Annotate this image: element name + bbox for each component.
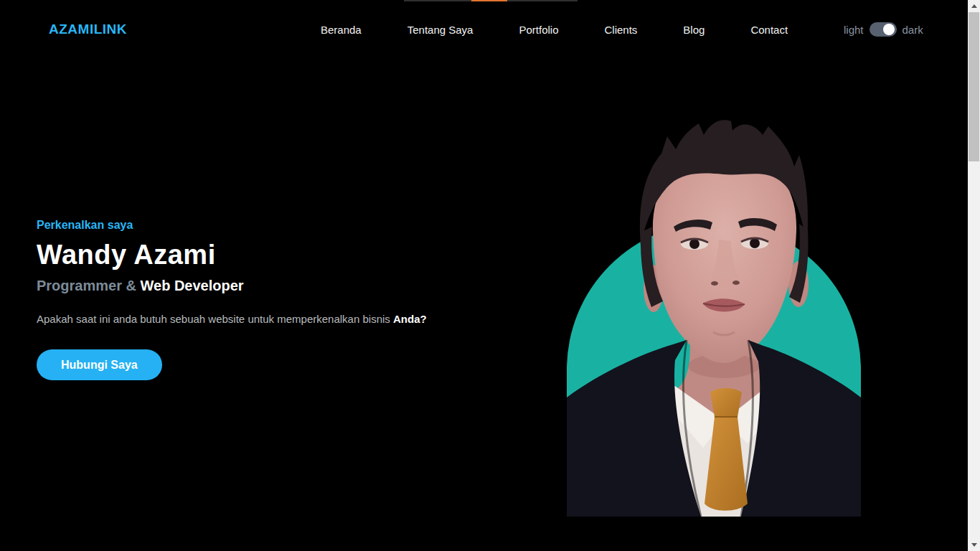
site-header: AZAMILINK Beranda Tentang Saya Portfolio… bbox=[0, 0, 968, 59]
page-scrollbar[interactable] bbox=[968, 0, 980, 551]
nav-item-tentang-saya[interactable]: Tentang Saya bbox=[407, 24, 473, 36]
contact-cta-button[interactable]: Hubungi Saya bbox=[37, 349, 162, 380]
main-nav: Beranda Tentang Saya Portfolio Clients B… bbox=[321, 0, 788, 59]
logo[interactable]: AZAMILINK bbox=[49, 0, 127, 59]
nav-item-blog[interactable]: Blog bbox=[683, 24, 705, 36]
hero-description-text: Apakah saat ini anda butuh sebuah websit… bbox=[37, 313, 390, 325]
scroll-up-button[interactable] bbox=[968, 0, 980, 12]
hero-description: Apakah saat ini anda butuh sebuah websit… bbox=[37, 313, 524, 325]
nav-item-clients[interactable]: Clients bbox=[605, 24, 638, 36]
nav-item-portfolio[interactable]: Portfolio bbox=[519, 24, 558, 36]
nav-item-beranda[interactable]: Beranda bbox=[321, 24, 362, 36]
scrollbar-thumb[interactable] bbox=[969, 12, 979, 161]
hero-role-muted: Programmer & bbox=[37, 278, 136, 293]
profile-photo bbox=[567, 116, 861, 517]
scroll-up-icon bbox=[971, 4, 977, 8]
hero-description-bold: Anda? bbox=[393, 313, 427, 325]
hero-role: Programmer & Web Developer bbox=[37, 278, 524, 294]
theme-toggle-knob[interactable] bbox=[883, 24, 895, 35]
scroll-down-button[interactable] bbox=[968, 539, 980, 551]
profile-photo-illustration bbox=[567, 116, 861, 517]
theme-dark-label: dark bbox=[903, 24, 923, 36]
theme-toggle-group: light dark bbox=[844, 0, 923, 59]
hero-kicker: Perkenalkan saya bbox=[37, 219, 524, 232]
theme-toggle-switch[interactable] bbox=[870, 22, 897, 37]
hero-text-block: Perkenalkan saya Wandy Azami Programmer … bbox=[37, 219, 524, 380]
hero-role-strong: Web Developer bbox=[141, 278, 244, 293]
nav-item-contact[interactable]: Contact bbox=[750, 24, 788, 36]
scroll-down-icon bbox=[971, 543, 977, 547]
hero-name: Wandy Azami bbox=[37, 239, 524, 270]
theme-light-label: light bbox=[844, 24, 864, 36]
